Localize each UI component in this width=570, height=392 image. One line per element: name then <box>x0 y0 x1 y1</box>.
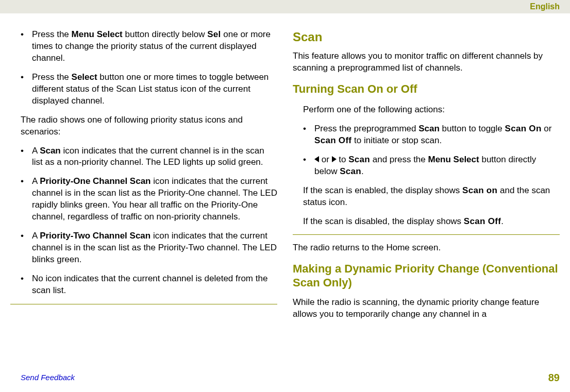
text: and press the <box>370 155 428 164</box>
arrow-right-icon <box>332 156 337 162</box>
heading-turning-scan: Turning Scan On or Off <box>293 81 560 97</box>
paragraph: This feature allows you to monitor traff… <box>293 50 560 74</box>
list-item: No icon indicates that the current chann… <box>21 273 277 297</box>
heading-scan: Scan <box>293 29 560 45</box>
display-text: Scan on <box>462 185 497 195</box>
divider <box>293 234 560 235</box>
list-item: Press the Menu Select button directly be… <box>21 29 277 64</box>
paragraph: The radio returns to the Home screen. <box>293 242 560 254</box>
arrow-left-icon <box>314 156 319 162</box>
paragraph: If the scan is enabled, the display show… <box>303 185 560 209</box>
paragraph: The radio shows one of following priorit… <box>10 114 277 138</box>
list-item: A Priority-One Channel Scan icon indicat… <box>21 176 277 223</box>
display-text: Scan <box>340 166 361 176</box>
content-area: Press the Menu Select button directly be… <box>0 13 570 328</box>
display-text: Scan <box>348 155 370 164</box>
procedure-block: Perform one of the following actions: Pr… <box>293 104 560 228</box>
divider <box>10 304 277 304</box>
heading-dynamic-priority: Making a Dynamic Priority Change (Conven… <box>293 262 560 289</box>
text: If the scan is disabled, the display sho… <box>303 216 464 226</box>
text: Press the <box>32 29 72 39</box>
text: Press the <box>32 72 72 82</box>
send-feedback-link[interactable]: Send Feedback <box>21 372 75 383</box>
text: . <box>361 166 364 176</box>
bold-text: Priority-Two Channel Scan <box>40 231 150 241</box>
bullet-list-2: A Scan icon indicates that the current c… <box>10 145 277 297</box>
list-item: A Priority-Two Channel Scan icon indicat… <box>21 230 277 266</box>
text: A <box>32 146 40 156</box>
paragraph: If the scan is disabled, the display sho… <box>303 216 560 228</box>
text: . <box>501 216 504 226</box>
page-number: 89 <box>548 371 560 385</box>
list-item: A Scan icon indicates that the current c… <box>21 145 277 169</box>
bullet-list-1: Press the Menu Select button directly be… <box>10 29 277 107</box>
text: or <box>542 124 552 133</box>
text: to initiate or stop scan. <box>351 135 442 145</box>
list-item: or to Scan and press the Menu Select but… <box>303 154 560 178</box>
bold-text: Scan <box>418 124 440 133</box>
text: No icon indicates that the current chann… <box>32 274 267 295</box>
text: Press the preprogrammed <box>314 124 418 133</box>
bold-text: Menu Select <box>72 29 123 39</box>
display-text: Scan Off <box>464 216 501 226</box>
text: If the scan is enabled, the display show… <box>303 185 462 195</box>
right-column: Scan This feature allows you to monitor … <box>293 29 560 328</box>
display-text: Scan Off <box>314 135 351 145</box>
bold-text: Scan <box>40 146 61 156</box>
paragraph: While the radio is scanning, the dynamic… <box>293 297 560 320</box>
text: A <box>32 176 40 186</box>
bullet-list-3: Press the preprogrammed Scan button to t… <box>303 123 560 178</box>
list-item: Press the Select button one or more time… <box>21 72 277 107</box>
bold-text: Priority-One Channel Scan <box>40 176 150 186</box>
text: icon indicates that the current channel … <box>32 146 264 167</box>
bold-text: Select <box>72 72 97 82</box>
bold-text: Menu Select <box>428 155 479 164</box>
text: button to toggle <box>440 124 505 133</box>
header-language: English <box>530 2 560 11</box>
paragraph: Perform one of the following actions: <box>303 104 560 116</box>
text: A <box>32 231 40 241</box>
footer: Send Feedback 89 <box>21 371 560 385</box>
left-column: Press the Menu Select button directly be… <box>10 29 277 328</box>
header-bar: English <box>0 0 570 13</box>
list-item: Press the preprogrammed Scan button to t… <box>303 123 560 147</box>
display-text: Scan On <box>505 124 542 133</box>
display-text: Sel <box>207 29 221 39</box>
text: to <box>337 155 349 164</box>
text: or <box>319 155 332 164</box>
text: button directly below <box>123 29 207 39</box>
